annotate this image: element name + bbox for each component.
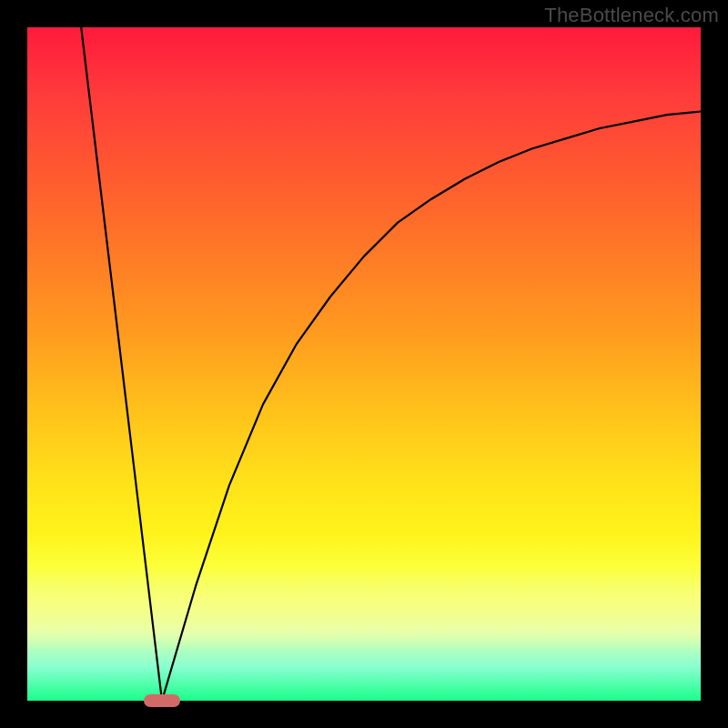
min-marker (144, 694, 180, 707)
plot-area (27, 27, 701, 701)
bottleneck-curve (81, 27, 701, 701)
chart-frame: TheBottleneck.com (0, 0, 728, 728)
curve-layer (27, 27, 701, 701)
attribution-label: TheBottleneck.com (544, 4, 719, 27)
